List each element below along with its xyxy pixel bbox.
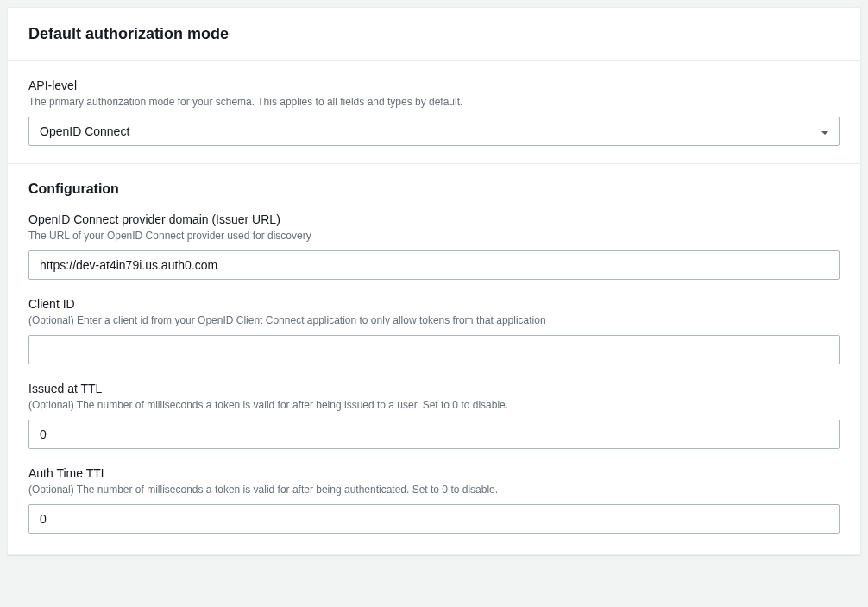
issuer-url-group: OpenID Connect provider domain (Issuer U… — [28, 212, 840, 280]
panel-title: Default authorization mode — [28, 25, 840, 43]
authorization-mode-panel: Default authorization mode API-level The… — [7, 7, 861, 555]
auth-time-ttl-label: Auth Time TTL — [28, 466, 840, 480]
issuer-url-label: OpenID Connect provider domain (Issuer U… — [28, 212, 840, 226]
client-id-input[interactable] — [28, 335, 840, 364]
panel-header: Default authorization mode — [8, 8, 860, 61]
auth-time-ttl-input[interactable] — [28, 504, 840, 534]
auth-time-ttl-description: (Optional) The number of milliseconds a … — [28, 482, 840, 497]
issued-at-ttl-description: (Optional) The number of milliseconds a … — [28, 397, 840, 413]
api-level-description: The primary authorization mode for your … — [28, 94, 840, 110]
api-level-select-wrapper: OpenID Connect — [28, 117, 840, 146]
panel-body: API-level The primary authorization mode… — [8, 61, 860, 554]
client-id-group: Client ID (Optional) Enter a client id f… — [28, 297, 840, 364]
client-id-description: (Optional) Enter a client id from your O… — [28, 313, 840, 328]
issuer-url-input[interactable] — [28, 250, 840, 280]
auth-time-ttl-group: Auth Time TTL (Optional) The number of m… — [28, 466, 840, 534]
configuration-title: Configuration — [28, 181, 840, 197]
client-id-label: Client ID — [28, 297, 840, 311]
api-level-label: API-level — [28, 79, 840, 92]
issuer-url-description: The URL of your OpenID Connect provider … — [28, 228, 840, 243]
section-divider — [8, 163, 860, 164]
api-level-select[interactable]: OpenID Connect — [28, 117, 840, 146]
api-level-group: API-level The primary authorization mode… — [28, 79, 840, 146]
issued-at-ttl-input[interactable] — [28, 420, 840, 449]
issued-at-ttl-label: Issued at TTL — [28, 382, 840, 395]
issued-at-ttl-group: Issued at TTL (Optional) The number of m… — [28, 382, 840, 449]
